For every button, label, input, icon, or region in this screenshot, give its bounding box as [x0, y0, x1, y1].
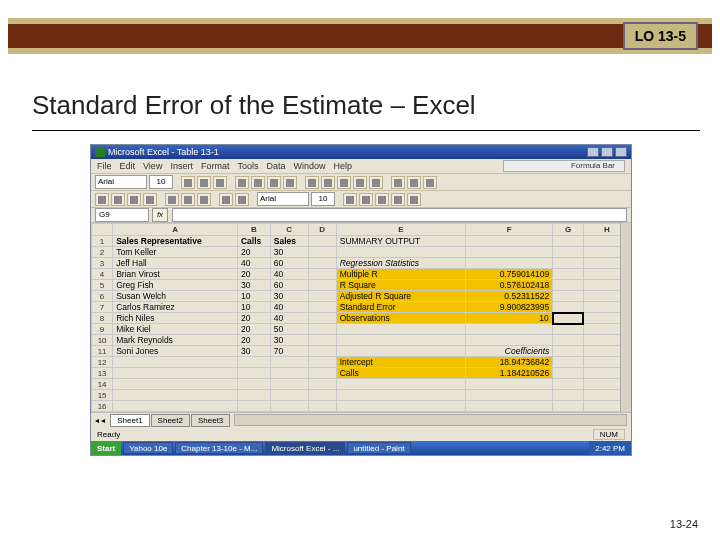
cell[interactable]: 9.900823995 — [466, 302, 553, 313]
cell[interactable] — [308, 368, 336, 379]
cell[interactable]: Tom Keller — [113, 247, 238, 258]
underline-button[interactable] — [213, 176, 227, 189]
cell[interactable]: 40 — [270, 313, 308, 324]
cell[interactable] — [553, 302, 584, 313]
merge-button[interactable] — [283, 176, 297, 189]
row-header[interactable]: 13 — [92, 368, 113, 379]
undo-button[interactable] — [219, 193, 233, 206]
row-header[interactable]: 14 — [92, 379, 113, 390]
close-button[interactable] — [615, 147, 627, 157]
cell[interactable] — [336, 401, 465, 412]
paste-button[interactable] — [197, 193, 211, 206]
cell[interactable] — [270, 379, 308, 390]
cell[interactable] — [553, 335, 584, 346]
cell[interactable]: 40 — [270, 269, 308, 280]
redo-button[interactable] — [235, 193, 249, 206]
cell[interactable] — [466, 258, 553, 269]
row-header[interactable]: 6 — [92, 291, 113, 302]
cell[interactable] — [113, 379, 238, 390]
cell[interactable]: 30 — [270, 247, 308, 258]
align-center-button[interactable] — [251, 176, 265, 189]
start-button[interactable]: Start — [91, 441, 121, 455]
sheet-tab-3[interactable]: Sheet3 — [191, 414, 230, 427]
row-header[interactable]: 1 — [92, 236, 113, 247]
cell[interactable] — [336, 324, 465, 335]
row-header[interactable]: 3 — [92, 258, 113, 269]
formula-input[interactable] — [172, 208, 627, 222]
sheet-tab-1[interactable]: Sheet1 — [110, 414, 149, 427]
cell[interactable]: 20 — [237, 247, 270, 258]
taskbar-item[interactable]: Chapter 13-10e - M... — [175, 442, 263, 454]
sort-desc-button[interactable] — [375, 193, 389, 206]
cell[interactable] — [237, 390, 270, 401]
cell[interactable]: 60 — [270, 258, 308, 269]
cell[interactable] — [308, 247, 336, 258]
cell[interactable] — [553, 346, 584, 357]
cell[interactable]: Observations — [336, 313, 465, 324]
cell[interactable]: Brian Virost — [113, 269, 238, 280]
menu-insert[interactable]: Insert — [170, 161, 193, 171]
cell[interactable] — [237, 379, 270, 390]
cell[interactable]: 10 — [466, 313, 553, 324]
cell[interactable] — [553, 269, 584, 280]
cell[interactable]: 30 — [270, 335, 308, 346]
cell[interactable] — [466, 324, 553, 335]
row-header[interactable]: 5 — [92, 280, 113, 291]
copy-button[interactable] — [181, 193, 195, 206]
bold-button[interactable] — [181, 176, 195, 189]
cell[interactable]: 40 — [237, 258, 270, 269]
cell[interactable] — [270, 401, 308, 412]
taskbar-item[interactable]: Yahoo 10e — [123, 442, 173, 454]
cell[interactable]: Coefficients — [466, 346, 553, 357]
cell[interactable]: 60 — [270, 280, 308, 291]
menu-format[interactable]: Format — [201, 161, 230, 171]
taskbar-item[interactable]: Microsoft Excel - ... — [265, 442, 345, 454]
cell[interactable]: 10 — [237, 291, 270, 302]
chart-wizard-button[interactable] — [391, 193, 405, 206]
menu-help[interactable]: Help — [333, 161, 352, 171]
megastat-button[interactable] — [407, 193, 421, 206]
cell[interactable]: Multiple R — [336, 269, 465, 280]
menu-tools[interactable]: Tools — [237, 161, 258, 171]
font-size-box-1[interactable]: 10 — [149, 175, 173, 189]
cell[interactable]: Rich Niles — [113, 313, 238, 324]
row-header[interactable]: 7 — [92, 302, 113, 313]
cell[interactable] — [336, 346, 465, 357]
cell[interactable] — [113, 401, 238, 412]
row-header[interactable]: 10 — [92, 335, 113, 346]
cell[interactable]: 10 — [237, 302, 270, 313]
cell[interactable] — [308, 291, 336, 302]
cell[interactable] — [113, 357, 238, 368]
cell[interactable] — [553, 291, 584, 302]
col-header-B[interactable]: B — [237, 224, 270, 236]
cell[interactable] — [553, 390, 584, 401]
minimize-button[interactable] — [587, 147, 599, 157]
cell[interactable] — [553, 379, 584, 390]
cell[interactable]: Soni Jones — [113, 346, 238, 357]
system-tray[interactable]: 2:42 PM — [589, 441, 631, 455]
cell[interactable]: SUMMARY OUTPUT — [336, 236, 465, 247]
cell[interactable] — [237, 357, 270, 368]
open-button[interactable] — [111, 193, 125, 206]
cell[interactable] — [466, 335, 553, 346]
name-box[interactable]: G9 — [95, 208, 149, 222]
increase-decimal-button[interactable] — [353, 176, 367, 189]
cell[interactable] — [553, 280, 584, 291]
vertical-scrollbar[interactable] — [620, 223, 631, 431]
cell[interactable] — [308, 280, 336, 291]
cell[interactable] — [553, 313, 584, 324]
fx-button[interactable]: fx — [152, 208, 168, 222]
cut-button[interactable] — [165, 193, 179, 206]
cell[interactable] — [466, 401, 553, 412]
cell[interactable] — [270, 368, 308, 379]
cell[interactable] — [237, 368, 270, 379]
cell[interactable] — [308, 379, 336, 390]
cell[interactable]: Regression Statistics — [336, 258, 465, 269]
cell[interactable] — [308, 401, 336, 412]
cell[interactable]: 20 — [237, 335, 270, 346]
cell[interactable]: Calls — [237, 236, 270, 247]
cell[interactable] — [466, 236, 553, 247]
horizontal-scrollbar[interactable] — [234, 414, 627, 426]
cell[interactable] — [553, 401, 584, 412]
borders-button[interactable] — [391, 176, 405, 189]
